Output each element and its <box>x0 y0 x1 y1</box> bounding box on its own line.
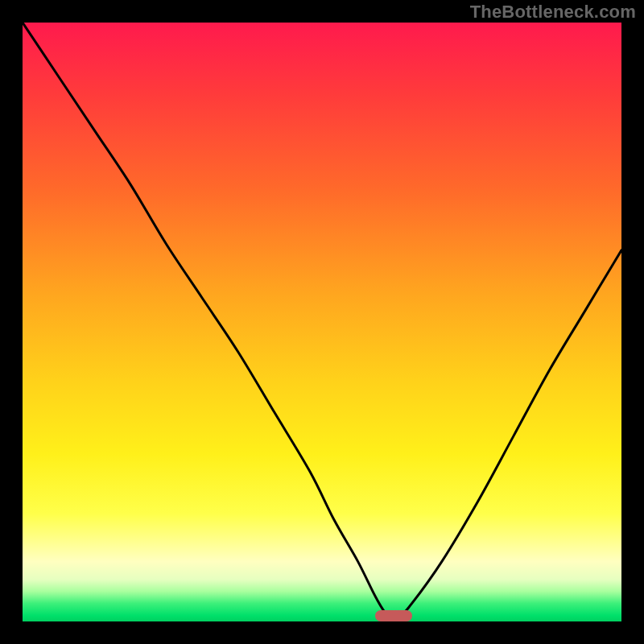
optimal-marker <box>375 610 412 621</box>
watermark-text: TheBottleneck.com <box>470 2 636 23</box>
plot-area <box>23 23 621 621</box>
chart-stage: TheBottleneck.com <box>0 0 644 644</box>
bottleneck-curve <box>23 23 621 621</box>
